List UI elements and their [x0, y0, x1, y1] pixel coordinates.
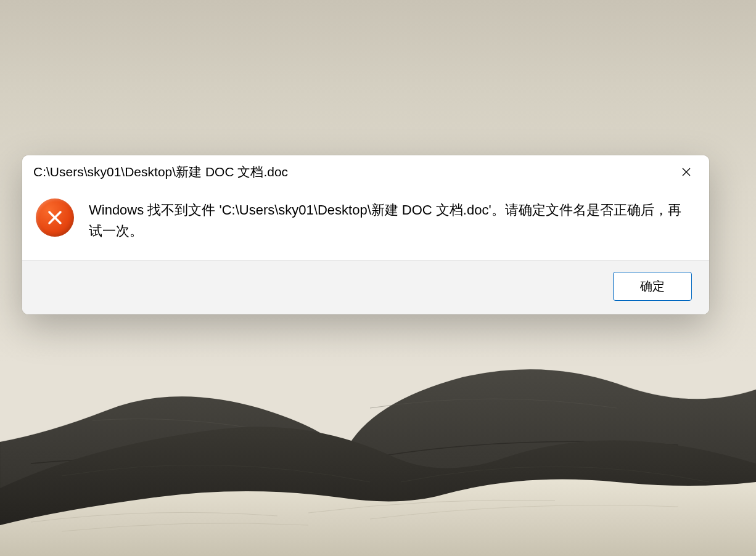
dialog-titlebar[interactable]: C:\Users\sky01\Desktop\新建 DOC 文档.doc: [22, 155, 709, 186]
dialog-footer: 确定: [22, 260, 709, 314]
dialog-title: C:\Users\sky01\Desktop\新建 DOC 文档.doc: [33, 163, 288, 181]
ok-button[interactable]: 确定: [613, 272, 692, 301]
wallpaper-hills: [0, 322, 756, 556]
close-button[interactable]: [673, 163, 699, 181]
close-icon: [681, 167, 691, 177]
dialog-body: Windows 找不到文件 'C:\Users\sky01\Desktop\新建…: [22, 186, 709, 260]
dialog-message: Windows 找不到文件 'C:\Users\sky01\Desktop\新建…: [89, 198, 692, 242]
error-dialog: C:\Users\sky01\Desktop\新建 DOC 文档.doc Win…: [22, 155, 709, 314]
error-icon: [36, 198, 74, 237]
